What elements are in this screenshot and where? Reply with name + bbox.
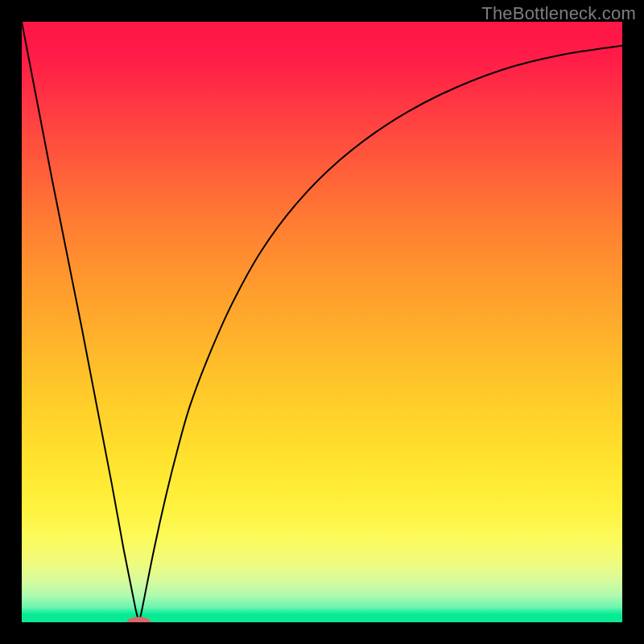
bottleneck-curve-path: [22, 22, 622, 622]
null-point-marker: [127, 617, 151, 622]
bottleneck-curve-svg: [22, 22, 622, 622]
plot-area: [22, 22, 622, 622]
chart-frame: TheBottleneck.com: [0, 0, 644, 644]
attribution-text: TheBottleneck.com: [481, 3, 636, 24]
